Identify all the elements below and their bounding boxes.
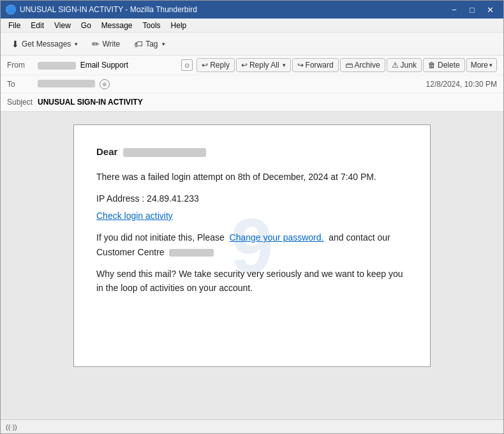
sender-name: Email Support [80,61,128,70]
tag-icon: 🏷 [134,39,143,49]
email-timestamp: 12/8/2024, 10:30 PM [426,80,497,89]
delete-label: Delete [438,61,460,70]
reply-button[interactable]: ↩ Reply [196,58,235,72]
greeting-line: Dear [96,144,408,160]
toolbar: ⬇ Get Messages ▾ ✏ Write 🏷 Tag ▾ [1,33,503,56]
close-button[interactable]: ✕ [482,3,498,16]
subject-label: Subject [7,98,38,107]
more-arrow: ▾ [489,62,493,68]
menu-view[interactable]: View [49,20,76,31]
maximize-button[interactable]: □ [464,3,480,16]
check-login-link[interactable]: Check login activity [96,211,173,221]
reply-label: Reply [210,61,230,70]
delete-button[interactable]: 🗑 Delete [423,58,465,72]
archive-icon: 🗃 [345,61,353,70]
to-label: To [7,80,38,89]
junk-label: Junk [401,61,417,70]
get-messages-arrow: ▾ [75,41,78,47]
check-login-line: Check login activity [96,209,408,223]
delete-icon: 🗑 [428,61,436,70]
reply-icon: ↩ [202,61,208,70]
recipient-blur [38,80,95,87]
email-header: From Email Support ⊙ ↩ Reply ↩ Reply All… [1,56,503,112]
from-row: From Email Support ⊙ ↩ Reply ↩ Reply All… [1,56,503,75]
tag-label: Tag [145,40,158,49]
forward-button[interactable]: ↪ Forward [292,58,339,72]
tag-button[interactable]: 🏷 Tag ▾ [128,36,170,52]
status-bar: ((·)) [1,419,503,433]
write-icon: ✏ [92,39,100,49]
reply-all-button[interactable]: ↩ Reply All ▾ [236,58,291,72]
write-button[interactable]: ✏ Write [86,36,126,52]
menu-edit[interactable]: Edit [26,20,49,31]
minimize-button[interactable]: − [446,3,463,16]
archive-button[interactable]: 🗃 Archive [340,58,385,72]
email-body-area: 9 Dear There was a failed login attempt … [1,112,503,419]
title-bar: 🌀 UNUSUAL SIGN-IN ACTIVITY - Mozilla Thu… [1,1,503,19]
paragraph-1: There was a failed login attempt on 8th … [96,170,408,184]
get-messages-label: Get Messages [22,40,71,49]
menu-bar: File Edit View Go Message Tools Help [1,19,503,33]
paragraph-2-start: If you did not initiate this, Please [96,232,225,243]
menu-help[interactable]: Help [166,20,192,31]
junk-icon: ⚠ [392,61,399,70]
menu-message[interactable]: Message [96,20,138,31]
sender-action-icon[interactable]: ⊙ [181,59,193,71]
email-content: 9 Dear There was a failed login attempt … [73,124,431,367]
customer-centre-blur [169,249,214,257]
email-text: Dear There was a failed login attempt on… [96,144,408,296]
tag-arrow: ▾ [162,41,165,47]
more-label: More [471,61,488,70]
from-label: From [7,61,38,70]
to-value: ⊕ [38,79,426,89]
sender-avatar-blur [38,62,76,70]
get-messages-icon: ⬇ [11,39,19,49]
app-icon: 🌀 [6,4,16,15]
paragraph-1-text: There was a failed login attempt on 8th … [96,172,376,182]
from-value: Email Support [38,61,181,70]
to-row: To ⊕ 12/8/2024, 10:30 PM [1,75,503,93]
recipient-menu-icon[interactable]: ⊕ [100,79,110,89]
change-password-link[interactable]: Change your password. [230,232,324,243]
wifi-icon: ((·)) [6,423,17,431]
reply-all-arrow: ▾ [283,62,286,68]
paragraph-3-text: Why send this mail? We take security ver… [96,269,403,293]
more-button[interactable]: More ▾ [466,58,497,72]
ip-line: IP Address : 24.89.41.233 [96,191,408,206]
ip-text: IP Address : 24.89.41.233 [96,193,199,204]
recipient-name-blur [123,148,206,157]
menu-tools[interactable]: Tools [138,20,166,31]
greeting-text: Dear [96,146,117,157]
junk-button[interactable]: ⚠ Junk [387,58,422,72]
main-window: 🌀 UNUSUAL SIGN-IN ACTIVITY - Mozilla Thu… [0,0,504,434]
subject-row: Subject UNUSUAL SIGN-IN ACTIVITY [1,93,503,111]
forward-label: Forward [306,61,334,70]
paragraph-3: Why send this mail? We take security ver… [96,267,408,296]
archive-label: Archive [355,61,380,70]
email-actions: ⊙ ↩ Reply ↩ Reply All ▾ ↪ Forward 🗃 Arch… [181,58,497,72]
paragraph-2: If you did not initiate this, Please Cha… [96,230,408,259]
subject-value: UNUSUAL SIGN-IN ACTIVITY [38,98,497,107]
window-title: UNUSUAL SIGN-IN ACTIVITY - Mozilla Thund… [20,5,446,14]
get-messages-button[interactable]: ⬇ Get Messages ▾ [6,36,84,52]
write-label: Write [102,40,120,49]
reply-all-label: Reply All [249,61,279,70]
window-controls: − □ ✕ [446,3,498,16]
menu-file[interactable]: File [3,20,26,31]
forward-icon: ↪ [297,61,304,70]
reply-all-icon: ↩ [241,61,248,70]
menu-go[interactable]: Go [76,20,96,31]
